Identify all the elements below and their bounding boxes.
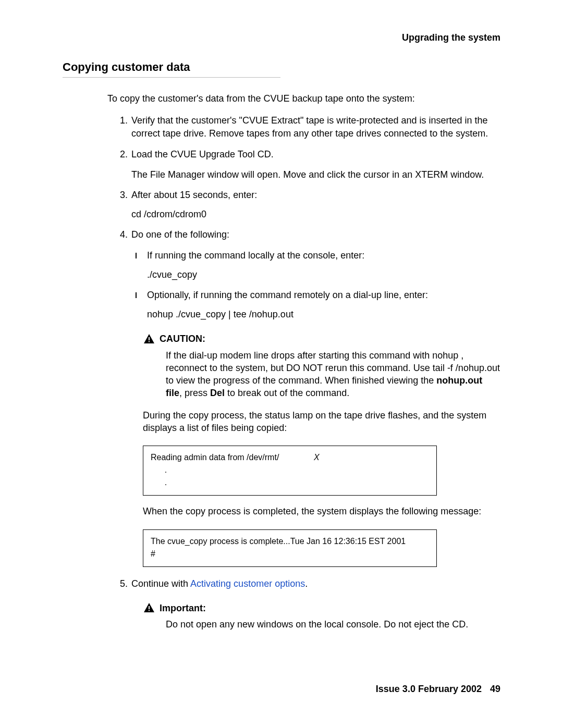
step-text: Load the CVUE Upgrade Tool CD. [131,149,274,159]
step-text: Do one of the following: [131,229,229,240]
step-text: Verify that the customer's "CVUE Extract… [131,115,488,139]
terminal-text: Reading admin data from /dev/rmt/ [151,453,279,462]
terminal-line: . [151,476,429,489]
svg-rect-1 [149,341,150,342]
sub-option-code: nohup ./cvue_copy | tee /nohup.out [147,308,500,321]
page-number: 49 [490,684,500,694]
terminal-output: Reading admin data from /dev/rmt/ X . . [143,446,437,496]
after-copy-paragraph: When the copy process is completed, the … [143,505,500,517]
terminal-output: The cvue_copy process is complete...Tue … [143,529,437,567]
terminal-line: Reading admin data from /dev/rmt/ X [151,451,429,464]
important-label: Important: [160,602,206,615]
step-code: cd /cdrom/cdrom0 [131,208,500,221]
caution-body: If the dial-up modem line drops after st… [166,349,500,400]
step-follow: The File Manager window will open. Move … [131,168,500,181]
step-number: 4. [120,228,128,241]
step-number: 1. [120,114,128,127]
step-list: 1. Verify that the customer's "CVUE Extr… [120,114,500,631]
terminal-placeholder: X [314,453,320,462]
step-item: 3. After about 15 seconds, enter: cd /cd… [120,189,500,221]
step-item: 5. Continue with Activating customer opt… [120,577,500,631]
caution-bold: Del [210,388,225,398]
warning-icon [143,602,155,614]
during-copy-paragraph: During the copy process, the status lamp… [143,409,500,435]
step-text: After about 15 seconds, enter: [131,190,257,200]
terminal-line: The cvue_copy process is complete...Tue … [151,535,429,548]
warning-icon [143,333,155,346]
important-header: Important: [143,602,500,615]
title-rule [63,77,280,78]
svg-rect-2 [149,606,150,609]
sub-option: If running the command locally at the co… [131,249,500,281]
sub-option: Optionally, if running the command remot… [131,289,500,321]
section-title: Copying customer data [63,60,500,74]
caution-header: CAUTION: [143,332,500,346]
sub-option-text: If running the command locally at the co… [147,250,364,261]
running-header: Upgrading the system [402,32,500,43]
important-body: Do not open any new windows on the local… [166,618,500,631]
page-footer: Issue 3.0 February 200249 [376,684,500,695]
step-text: . [305,578,308,589]
cross-reference-link[interactable]: Activating customer options [190,578,305,589]
important-block: Important: Do not open any new windows o… [143,602,500,631]
sub-option-list: If running the command locally at the co… [131,249,500,322]
terminal-line: # [151,548,429,560]
step-number: 2. [120,148,128,161]
page: Upgrading the system Copying customer da… [0,0,563,728]
step-item: 4. Do one of the following: If running t… [120,228,500,566]
issue-date: Issue 3.0 February 2002 [376,684,482,694]
step-number: 5. [120,577,128,590]
step-item: 1. Verify that the customer's "CVUE Extr… [120,114,500,140]
step-text: Continue with [131,578,190,589]
svg-rect-0 [149,337,150,340]
sub-option-text: Optionally, if running the command remot… [147,290,428,300]
step-number: 3. [120,189,128,202]
caution-block: CAUTION: If the dial-up modem line drops… [143,332,500,399]
step-item: 2. Load the CVUE Upgrade Tool CD. The Fi… [120,148,500,181]
caution-label: CAUTION: [160,332,205,346]
intro-paragraph: To copy the customer's data from the CVU… [107,92,500,105]
terminal-line: . [151,464,429,476]
sub-option-code: ./cvue_copy [147,268,500,281]
caution-text: to break out of the command. [225,388,349,398]
svg-rect-3 [149,610,150,611]
caution-text: , press [179,388,210,398]
